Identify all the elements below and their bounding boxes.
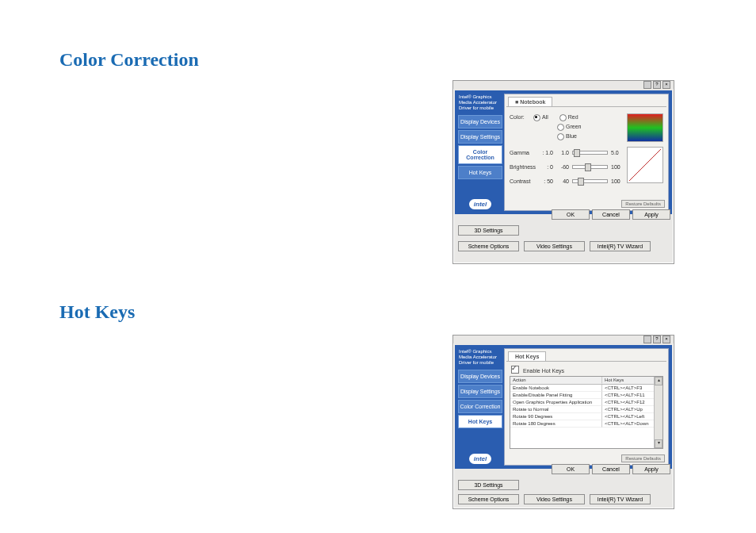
label-red: Red <box>568 114 578 120</box>
main-frame: Intel® Graphics Media Accelerator Driver… <box>455 90 672 214</box>
label-contrast: Contrast <box>510 178 541 184</box>
cancel-button[interactable]: Cancel <box>592 464 630 474</box>
scheme-options-button[interactable]: Scheme Options <box>458 494 519 504</box>
nav-display-devices[interactable]: Display Devices <box>458 370 502 383</box>
tab-notebook[interactable]: ■ Notebook <box>508 97 552 106</box>
titlebar: ? × <box>453 81 674 89</box>
intel-logo: intel <box>456 199 504 209</box>
restore-defaults-button[interactable]: Restore Defaults <box>621 200 665 208</box>
label-blue: Blue <box>566 133 577 139</box>
value-contrast: : 50 <box>541 178 553 184</box>
label-green: Green <box>566 124 581 129</box>
hotkey-row[interactable]: Enable/Disable Panel Fitting<CTRL><ALT>F… <box>510 392 662 399</box>
label-brightness: Brightness <box>510 164 541 170</box>
video-settings-button[interactable]: Video Settings <box>524 241 585 251</box>
radio-all[interactable] <box>533 114 540 121</box>
tab-underline <box>506 106 666 107</box>
brand-text: Intel® Graphics Media Accelerator Driver… <box>456 347 504 369</box>
hotkey-action: Rotate 180 Degrees <box>510 420 602 428</box>
tab-underline <box>506 361 666 362</box>
ok-button[interactable]: OK <box>552 464 590 474</box>
hotkey-row[interactable]: Rotate to Normal<CTRL><ALT>Up <box>510 406 662 413</box>
heading-color-correction: Color Correction <box>59 49 199 71</box>
hotkeys-header: Action Hot Keys <box>510 377 662 385</box>
col-action[interactable]: Action <box>510 377 602 384</box>
nav-display-settings[interactable]: Display Settings <box>458 130 502 144</box>
minimize-icon[interactable] <box>643 336 651 343</box>
hotkeys-list[interactable]: Action Hot Keys Enable Notebook<CTRL><AL… <box>510 376 663 449</box>
close-icon[interactable]: × <box>662 336 670 343</box>
apply-button[interactable]: Apply <box>632 464 670 474</box>
hotkey-action: Rotate 90 Degrees <box>510 413 602 420</box>
heading-hot-keys: Hot Keys <box>59 301 135 323</box>
enable-hotkeys-checkbox[interactable] <box>511 366 519 374</box>
dialog-buttons: OK Cancel Apply <box>552 464 670 474</box>
nav-color-correction[interactable]: Color Correction <box>458 400 502 413</box>
nav-hot-keys[interactable]: Hot Keys <box>458 166 502 179</box>
contrast-min: 40 <box>556 178 569 184</box>
minimize-icon[interactable] <box>643 81 651 89</box>
apply-button[interactable]: Apply <box>632 209 670 220</box>
main-frame: Intel® Graphics Media Accelerator Driver… <box>455 345 672 469</box>
label-color: Color: <box>510 114 533 120</box>
dialog-buttons: OK Cancel Apply <box>552 209 670 220</box>
hotkey-action: Rotate to Normal <box>510 406 602 413</box>
hotkey-row[interactable]: Open Graphics Properties Application<CTR… <box>510 399 662 406</box>
content-area: ■ Notebook Color: All Red Green Blue <box>504 94 669 211</box>
window-color-correction: ? × Intel® Graphics Media Accelerator Dr… <box>452 80 674 264</box>
cancel-button[interactable]: Cancel <box>592 209 630 220</box>
nav-display-devices[interactable]: Display Devices <box>458 115 502 128</box>
restore-defaults-button[interactable]: Restore Defaults <box>621 454 665 462</box>
hotkey-row[interactable]: Rotate 180 Degrees<CTRL><ALT>Down <box>510 420 662 428</box>
bright-max: 100 <box>611 164 624 170</box>
brand-text: Intel® Graphics Media Accelerator Driver… <box>456 92 504 114</box>
intel-logo-text: intel <box>469 199 491 209</box>
hotkey-action: Enable Notebook <box>510 385 602 392</box>
intel-logo: intel <box>456 454 504 464</box>
scheme-options-button[interactable]: Scheme Options <box>458 241 519 251</box>
radio-red[interactable] <box>559 114 567 121</box>
nav-color-correction[interactable]: Color Correction <box>458 145 502 164</box>
bottom-row-2: Scheme Options Video Settings Intel(R) T… <box>458 494 669 504</box>
hotkey-row[interactable]: Enable Notebook<CTRL><ALT>F3 <box>510 385 662 392</box>
3d-settings-button[interactable]: 3D Settings <box>458 225 519 236</box>
bottom-row-1: 3D Settings <box>458 480 669 490</box>
radio-blue[interactable] <box>557 133 564 140</box>
enable-hotkeys-row: Enable Hot Keys <box>511 365 564 374</box>
gamma-curve <box>627 147 663 183</box>
radio-green[interactable] <box>557 124 564 131</box>
sidebar: Intel® Graphics Media Accelerator Driver… <box>456 347 504 467</box>
close-icon[interactable]: × <box>662 81 670 89</box>
help-icon[interactable]: ? <box>653 336 661 343</box>
bottom-row-2: Scheme Options Video Settings Intel(R) T… <box>458 241 669 251</box>
3d-settings-button[interactable]: 3D Settings <box>458 480 519 490</box>
slider-gamma[interactable] <box>572 151 608 155</box>
value-gamma: : 1.0 <box>541 150 553 155</box>
slider-brightness[interactable] <box>572 165 608 169</box>
slider-contrast[interactable] <box>572 179 608 183</box>
hotkey-action: Enable/Disable Panel Fitting <box>510 392 602 399</box>
svg-line-0 <box>629 149 661 181</box>
gamma-max: 5.0 <box>611 150 624 155</box>
help-icon[interactable]: ? <box>653 81 661 89</box>
tv-wizard-button[interactable]: Intel(R) TV Wizard <box>590 241 651 251</box>
hotkey-row[interactable]: Rotate 90 Degrees<CTRL><ALT>Left <box>510 413 662 420</box>
scrollbar[interactable]: ▴ ▾ <box>654 377 662 448</box>
nav-hot-keys[interactable]: Hot Keys <box>458 415 502 428</box>
scroll-down-icon[interactable]: ▾ <box>655 439 662 448</box>
scroll-up-icon[interactable]: ▴ <box>655 377 662 385</box>
value-brightness: : 0 <box>541 164 553 170</box>
color-preview <box>627 113 663 142</box>
ok-button[interactable]: OK <box>552 209 590 220</box>
video-settings-button[interactable]: Video Settings <box>524 494 585 504</box>
gamma-min: 1.0 <box>556 150 569 155</box>
tab-hotkeys[interactable]: Hot Keys <box>508 351 546 361</box>
nav-display-settings[interactable]: Display Settings <box>458 385 502 398</box>
contrast-max: 100 <box>611 178 624 184</box>
window-hot-keys: ? × Intel® Graphics Media Accelerator Dr… <box>452 335 674 509</box>
tab-notebook-label: Notebook <box>520 99 545 105</box>
sidebar: Intel® Graphics Media Accelerator Driver… <box>456 92 504 213</box>
label-all: All <box>542 114 548 120</box>
label-gamma: Gamma <box>510 150 541 155</box>
tv-wizard-button[interactable]: Intel(R) TV Wizard <box>590 494 651 504</box>
